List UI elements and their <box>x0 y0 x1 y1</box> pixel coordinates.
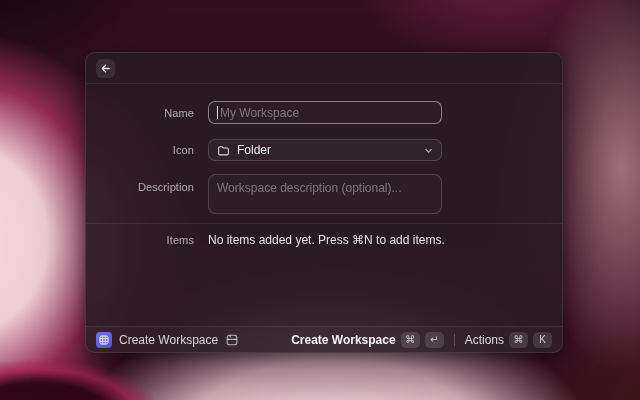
name-input[interactable] <box>208 101 442 124</box>
name-field-row: Name <box>86 101 442 124</box>
arrow-left-icon <box>100 63 111 74</box>
description-field-row: Description <box>86 174 442 214</box>
status-bar: Create Workspace Create Workspace ⌘ ↵ Ac… <box>86 326 562 352</box>
folder-icon <box>217 144 230 157</box>
name-input-wrap <box>208 101 442 124</box>
icon-dropdown[interactable]: Folder <box>208 139 442 161</box>
save-disk-icon <box>225 333 239 347</box>
submit-label: Create Workspace <box>291 333 396 347</box>
back-button[interactable] <box>96 59 115 78</box>
items-empty-text: No items added yet. Press ⌘N to add item… <box>208 233 445 247</box>
icon-dropdown-value: Folder <box>237 143 417 157</box>
enter-key-badge: ↵ <box>425 332 444 348</box>
actions-label: Actions <box>465 333 504 347</box>
create-workspace-submit-button[interactable]: Create Workspace ⌘ ↵ <box>291 332 444 348</box>
create-workspace-window: Name Icon Folder <box>85 52 563 353</box>
workspace-grid-icon <box>96 332 112 348</box>
cmd-key-badge: ⌘ <box>401 332 420 348</box>
name-label: Name <box>86 107 194 119</box>
items-section-divider <box>86 223 562 224</box>
icon-label: Icon <box>86 144 194 156</box>
actions-menu-button[interactable]: Actions ⌘ K <box>465 332 552 348</box>
items-row: Items No items added yet. Press ⌘N to ad… <box>86 232 445 248</box>
window-header <box>86 53 562 84</box>
icon-field-row: Icon Folder <box>86 139 442 161</box>
k-key-badge: K <box>533 332 552 348</box>
chevron-down-icon <box>424 146 433 155</box>
description-label: Description <box>86 174 194 193</box>
desktop-background: Name Icon Folder <box>0 0 640 400</box>
description-textarea[interactable] <box>208 174 442 214</box>
command-title: Create Workspace <box>119 333 218 347</box>
items-label: Items <box>86 234 194 246</box>
text-caret <box>217 106 218 119</box>
cmd-key-badge: ⌘ <box>509 332 528 348</box>
status-bar-divider <box>454 334 455 346</box>
